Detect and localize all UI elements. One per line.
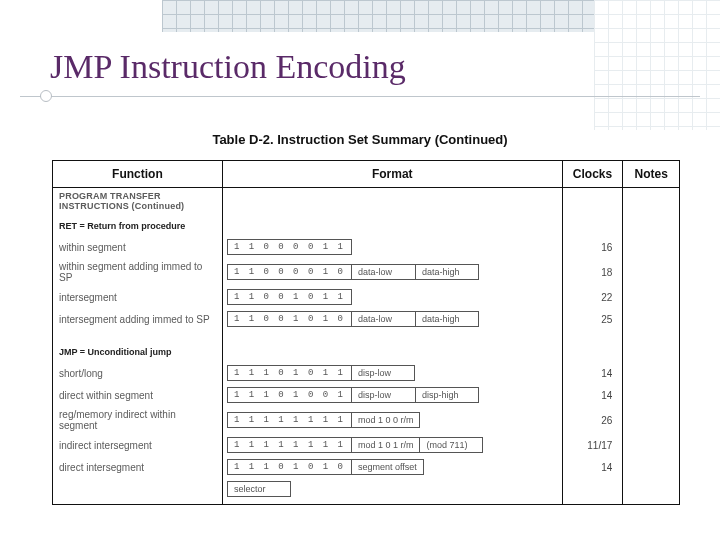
section-heading: PROGRAM TRANSFER INSTRUCTIONS (Continued… <box>53 188 223 215</box>
table-row: PROGRAM TRANSFER INSTRUCTIONS (Continued… <box>53 188 680 215</box>
format-cell: mod 1 0 0 r/m <box>351 412 421 428</box>
table-row: direct intersegment1 1 1 0 1 0 1 0segmen… <box>53 456 680 478</box>
format-cells: selector <box>227 481 558 497</box>
col-clocks: Clocks <box>562 161 623 188</box>
format-cell: mod 1 0 1 r/m <box>351 437 420 453</box>
group-heading: RET = Return from procedure <box>53 214 223 236</box>
table-row: within segment adding immed to SP1 1 0 0… <box>53 258 680 286</box>
table-row: intersegment adding immed to SP1 1 0 0 1… <box>53 308 680 330</box>
format-cell: data-low <box>351 264 415 280</box>
format-cell: (mod 711) <box>419 437 483 453</box>
table-row: selector <box>53 478 680 500</box>
table-row: short/long1 1 1 0 1 0 1 1disp-low14 <box>53 362 680 384</box>
format-cell: disp-high <box>415 387 479 403</box>
col-format: Format <box>222 161 562 188</box>
format-cell: selector <box>227 481 291 497</box>
table-row: within segment1 1 0 0 0 0 1 116 <box>53 236 680 258</box>
format-cells: 1 1 1 1 1 1 1 1mod 1 0 0 r/m <box>227 412 558 428</box>
col-function: Function <box>53 161 223 188</box>
table-caption: Table D-2. Instruction Set Summary (Cont… <box>0 132 720 147</box>
format-cell: data-high <box>415 264 479 280</box>
page-title: JMP Instruction Encoding <box>50 48 406 86</box>
table-row: indirect intersegment1 1 1 1 1 1 1 1mod … <box>53 434 680 456</box>
format-cell: 1 1 1 1 1 1 1 1 <box>227 437 351 453</box>
table-row: intersegment1 1 0 0 1 0 1 122 <box>53 286 680 308</box>
format-cell: 1 1 1 0 1 0 1 1 <box>227 365 351 381</box>
top-band <box>162 0 594 32</box>
table-row: direct within segment1 1 1 0 1 0 0 1disp… <box>53 384 680 406</box>
format-cell: 1 1 1 1 1 1 1 1 <box>227 412 351 428</box>
corner-grid <box>594 0 720 130</box>
format-cell: data-low <box>351 311 415 327</box>
format-cells: 1 1 0 0 0 0 1 1 <box>227 239 558 255</box>
col-notes: Notes <box>623 161 680 188</box>
format-cell: 1 1 0 0 0 0 1 1 <box>227 239 352 255</box>
format-cells: 1 1 1 0 1 0 0 1disp-lowdisp-high <box>227 387 558 403</box>
table-row <box>53 500 680 505</box>
format-cell: 1 1 0 0 0 0 1 0 <box>227 264 351 280</box>
title-bullet <box>40 90 52 102</box>
format-cells: 1 1 0 0 0 0 1 0data-lowdata-high <box>227 264 558 280</box>
format-cells: 1 1 1 1 1 1 1 1mod 1 0 1 r/m(mod 711) <box>227 437 558 453</box>
format-cell: disp-low <box>351 387 415 403</box>
format-cell: disp-low <box>351 365 415 381</box>
instruction-table: Function Format Clocks Notes PROGRAM TRA… <box>52 160 680 505</box>
format-cell: segment offset <box>351 459 424 475</box>
format-cells: 1 1 1 0 1 0 1 1disp-low <box>227 365 558 381</box>
group-heading: JMP = Unconditional jump <box>53 340 223 362</box>
format-cells: 1 1 1 0 1 0 1 0segment offset <box>227 459 558 475</box>
table-header-row: Function Format Clocks Notes <box>53 161 680 188</box>
format-cell: 1 1 0 0 1 0 1 1 <box>227 289 352 305</box>
format-cells: 1 1 0 0 1 0 1 0data-lowdata-high <box>227 311 558 327</box>
title-rule <box>20 96 700 97</box>
table-row: reg/memory indirect within segment1 1 1 … <box>53 406 680 434</box>
format-cell: 1 1 1 0 1 0 0 1 <box>227 387 351 403</box>
table-row: RET = Return from procedure <box>53 214 680 236</box>
format-cell: 1 1 1 0 1 0 1 0 <box>227 459 351 475</box>
format-cell: 1 1 0 0 1 0 1 0 <box>227 311 351 327</box>
format-cell: data-high <box>415 311 479 327</box>
table-row: JMP = Unconditional jump <box>53 340 680 362</box>
format-cells: 1 1 0 0 1 0 1 1 <box>227 289 558 305</box>
table-row <box>53 330 680 340</box>
